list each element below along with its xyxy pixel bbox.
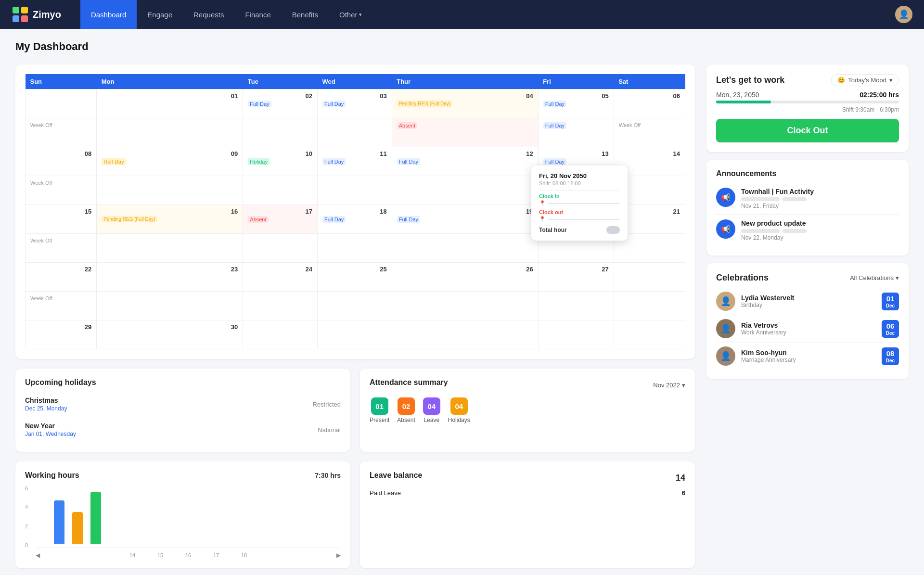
nav-other[interactable]: Other ▾ bbox=[329, 0, 373, 29]
nav-engage[interactable]: Engage bbox=[137, 0, 183, 29]
work-progress-bar bbox=[716, 101, 899, 103]
leave-item: Paid Leave 6 bbox=[370, 485, 685, 501]
calendar-cell[interactable] bbox=[26, 89, 97, 118]
calendar-cell[interactable] bbox=[243, 118, 318, 147]
holidays-title: Upcoming holidays bbox=[25, 378, 341, 387]
calendar-cell[interactable]: 17Absent bbox=[243, 205, 318, 234]
day-detail-popup: Fri, 20 Nov 2050 Shift: 08:00-18:00 Cloc… bbox=[531, 166, 628, 241]
calendar-cell[interactable] bbox=[318, 176, 392, 205]
calendar-cell[interactable] bbox=[97, 118, 243, 147]
calendar-cell[interactable]: 22 bbox=[26, 263, 97, 292]
calendar-cell[interactable]: Absent bbox=[392, 118, 538, 147]
holiday-item: New Year Jan 01, Wednesday National bbox=[25, 417, 341, 442]
popup-toggle[interactable] bbox=[606, 226, 620, 234]
celebration-item: 👤 Kim Soo-hyun Marriage Anniversary 08 D… bbox=[716, 343, 899, 370]
celebrations-chevron-icon: ▾ bbox=[896, 274, 899, 281]
calendar-cell[interactable]: 12Full Day bbox=[392, 147, 538, 176]
chart-x-label: 16 bbox=[179, 552, 197, 558]
calendar-cell[interactable] bbox=[614, 320, 685, 349]
calendar-cell[interactable]: Week Off bbox=[26, 118, 97, 147]
calendar-cell[interactable] bbox=[614, 292, 685, 320]
calendar-cell[interactable]: 01 bbox=[97, 89, 243, 118]
calendar-cell[interactable]: 09Half Day bbox=[97, 147, 243, 176]
logo[interactable]: Zimyo bbox=[12, 6, 61, 23]
calendar-cell[interactable] bbox=[243, 176, 318, 205]
attendance-title: Attendance summary bbox=[370, 378, 448, 387]
calendar-cell[interactable]: 04Pending REG (Full Day) bbox=[392, 89, 538, 118]
nav-dashboard[interactable]: Dashboard bbox=[80, 0, 137, 29]
chart-next-icon[interactable]: ▶ bbox=[336, 552, 341, 559]
calendar-cell[interactable]: 27 bbox=[538, 263, 614, 292]
announcement-icon: 📢 bbox=[716, 188, 735, 207]
calendar-cell[interactable]: 06 bbox=[614, 89, 685, 118]
calendar-cell[interactable]: 18Full Day bbox=[318, 205, 392, 234]
calendar-cell[interactable] bbox=[392, 234, 538, 263]
calendar-cell[interactable] bbox=[392, 176, 538, 205]
calendar-cell[interactable]: Full Day bbox=[538, 118, 614, 147]
popup-clockin-label: Clock In bbox=[539, 193, 620, 199]
calendar-cell[interactable] bbox=[392, 292, 538, 320]
mood-button[interactable]: 😊 Today's Mood ▾ bbox=[831, 74, 899, 86]
calendar-cell[interactable]: 15 bbox=[26, 205, 97, 234]
calendar-cell[interactable] bbox=[243, 234, 318, 263]
calendar-cell[interactable]: 24 bbox=[243, 263, 318, 292]
calendar-cell[interactable]: 10Holiday bbox=[243, 147, 318, 176]
attendance-badge-num: 02 bbox=[398, 397, 415, 415]
cal-header-wed: Wed bbox=[318, 74, 392, 89]
attendance-card: Attendance summary Nov 2022 ▾ 01 Present… bbox=[360, 369, 695, 452]
calendar-cell[interactable] bbox=[318, 118, 392, 147]
attendance-header: Attendance summary Nov 2022 ▾ bbox=[370, 378, 685, 392]
announcement-item: 📢 Townhall | Fun Activity Nov 21, Friday bbox=[716, 183, 899, 215]
calendar-cell[interactable]: 02Full Day bbox=[243, 89, 318, 118]
calendar-cell[interactable]: 16Pending REG (Full Day) bbox=[97, 205, 243, 234]
work-date: Mon, 23, 2050 bbox=[716, 91, 759, 99]
other-dropdown-icon: ▾ bbox=[359, 12, 362, 18]
nav-links: Dashboard Engage Requests Finance Benefi… bbox=[80, 0, 895, 29]
calendar-cell[interactable]: 19Full Day bbox=[392, 205, 538, 234]
attendance-month-selector[interactable]: Nov 2022 ▾ bbox=[653, 382, 685, 389]
nav-benefits[interactable]: Benefits bbox=[282, 0, 329, 29]
calendar-cell[interactable] bbox=[97, 292, 243, 320]
celebration-type: Birthday bbox=[741, 302, 876, 308]
calendar-cell[interactable] bbox=[392, 320, 538, 349]
calendar-cell[interactable]: Week Off bbox=[26, 176, 97, 205]
work-progress-fill bbox=[716, 101, 771, 103]
calendar-cell[interactable] bbox=[318, 320, 392, 349]
holiday-date: Dec 25, Monday bbox=[25, 405, 67, 412]
calendar-cell[interactable]: 11Full Day bbox=[318, 147, 392, 176]
calendar-cell[interactable] bbox=[243, 320, 318, 349]
calendar-cell[interactable]: Week Off bbox=[26, 234, 97, 263]
nav-requests[interactable]: Requests bbox=[183, 0, 234, 29]
calendar-cell[interactable] bbox=[243, 292, 318, 320]
calendar-cell[interactable]: 23 bbox=[97, 263, 243, 292]
calendar-cell[interactable]: Week Off bbox=[614, 118, 685, 147]
calendar-cell[interactable] bbox=[97, 234, 243, 263]
calendar-cell[interactable] bbox=[538, 320, 614, 349]
clock-out-button[interactable]: Clock Out bbox=[716, 119, 899, 142]
calendar-cell[interactable]: 05Full Day bbox=[538, 89, 614, 118]
calendar-cell[interactable]: 30 bbox=[97, 320, 243, 349]
celebration-name: Lydia Westervelt bbox=[741, 294, 876, 302]
chart-prev-icon[interactable]: ◀ bbox=[36, 552, 40, 559]
work-widget-card: Let's get to work 😊 Today's Mood ▾ Mon, … bbox=[706, 64, 909, 152]
celebrations-list: 👤 Lydia Westervelt Birthday 01 Dec 👤 Ria… bbox=[716, 288, 899, 370]
navbar-right: 👤 bbox=[895, 6, 912, 23]
popup-clockout-value: 📍 bbox=[539, 216, 620, 222]
calendar-cell[interactable]: 03Full Day bbox=[318, 89, 392, 118]
calendar-cell[interactable] bbox=[97, 176, 243, 205]
calendar-cell[interactable]: 08 bbox=[26, 147, 97, 176]
calendar-cell[interactable] bbox=[614, 263, 685, 292]
holiday-item: Christmas Dec 25, Monday Restricted bbox=[25, 392, 341, 417]
calendar-cell[interactable]: 25 bbox=[318, 263, 392, 292]
calendar-cell[interactable]: 29 bbox=[26, 320, 97, 349]
user-avatar[interactable]: 👤 bbox=[895, 6, 912, 23]
calendar-cell[interactable] bbox=[538, 292, 614, 320]
calendar-cell[interactable] bbox=[318, 234, 392, 263]
nav-finance[interactable]: Finance bbox=[234, 0, 281, 29]
attendance-badge: 04 Leave bbox=[423, 397, 440, 423]
leave-total: 14 bbox=[676, 473, 685, 483]
calendar-cell[interactable]: Week Off bbox=[26, 292, 97, 320]
calendar-cell[interactable] bbox=[318, 292, 392, 320]
calendar-cell[interactable]: 26 bbox=[392, 263, 538, 292]
celebrations-filter[interactable]: All Celebrations ▾ bbox=[850, 274, 899, 281]
